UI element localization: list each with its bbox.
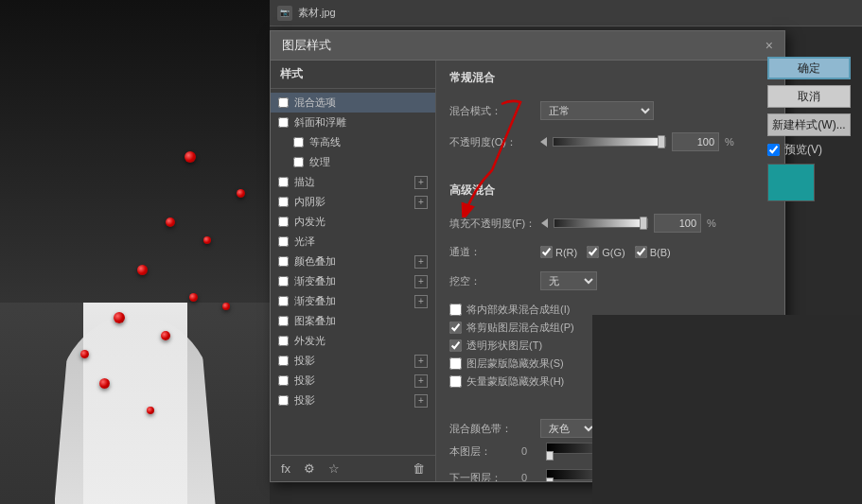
- fill-opacity-decrease[interactable]: [541, 218, 548, 228]
- blend-clip-checkbox[interactable]: [449, 322, 462, 334]
- style-item-drop-shadow2[interactable]: 投影 +: [271, 371, 435, 391]
- fx-button[interactable]: fx: [278, 461, 293, 477]
- style-add-gradient-overlay[interactable]: +: [414, 275, 428, 288]
- style-label-contour: 等高线: [309, 135, 428, 149]
- style-add-gradient-overlay2[interactable]: +: [414, 295, 428, 308]
- style-checkbox-gradient-overlay2[interactable]: [278, 296, 289, 306]
- confirm-button[interactable]: 确定: [767, 57, 851, 79]
- red-ball-2: [203, 236, 211, 244]
- channel-r-checkbox[interactable]: [540, 246, 553, 258]
- style-checkbox-satin[interactable]: [278, 236, 289, 247]
- style-checkbox-drop-shadow3[interactable]: [278, 395, 289, 406]
- style-label-outer-glow: 外发光: [294, 334, 428, 348]
- style-checkbox-drop-shadow2[interactable]: [278, 375, 289, 386]
- channel-g-item[interactable]: G(G): [587, 246, 625, 258]
- style-checkbox-contour[interactable]: [293, 137, 304, 148]
- style-label-gradient-overlay: 渐变叠加: [294, 274, 409, 288]
- style-item-gradient-overlay2[interactable]: 渐变叠加 +: [271, 291, 435, 311]
- blend-interior-label: 将内部效果混合成组(I): [466, 303, 570, 317]
- style-item-stroke[interactable]: 描边 +: [271, 172, 435, 192]
- style-checkbox-drop-shadow1[interactable]: [278, 356, 289, 366]
- channels-label: 通道：: [449, 245, 535, 259]
- layer-mask-checkbox[interactable]: [449, 357, 462, 370]
- style-add-drop-shadow2[interactable]: +: [414, 374, 428, 388]
- knockout-select[interactable]: 无: [540, 271, 597, 290]
- dialog-title-text: 图层样式: [282, 37, 331, 54]
- blend-interior-checkbox[interactable]: [449, 304, 462, 316]
- style-item-inner-glow[interactable]: 内发光: [271, 212, 435, 232]
- normal-blend-header: 常规混合: [449, 70, 771, 88]
- preview-row: 预览(V): [767, 142, 853, 158]
- style-checkbox-gradient-overlay[interactable]: [278, 276, 289, 287]
- style-add-color-overlay[interactable]: +: [414, 255, 428, 269]
- red-ball-4: [189, 293, 198, 302]
- next-layer-thumb-left[interactable]: [546, 478, 554, 481]
- red-ball-3: [137, 265, 148, 275]
- style-checkbox-blend[interactable]: [278, 97, 289, 108]
- opacity-thumb[interactable]: [658, 135, 665, 148]
- style-add-stroke[interactable]: +: [414, 176, 428, 189]
- vector-mask-checkbox[interactable]: [449, 375, 462, 388]
- style-item-texture[interactable]: 纹理: [271, 152, 435, 172]
- red-ball-1: [166, 217, 175, 227]
- style-add-inner-shadow[interactable]: +: [414, 196, 428, 209]
- style-label-gradient-overlay2: 渐变叠加: [294, 294, 409, 308]
- this-layer-thumb-left[interactable]: [546, 451, 554, 461]
- style-item-bevel[interactable]: 斜面和浮雕: [271, 113, 435, 132]
- style-checkbox-outer-glow[interactable]: [278, 336, 289, 346]
- style-add-drop-shadow1[interactable]: +: [414, 355, 428, 368]
- opacity-decrease[interactable]: [540, 137, 547, 147]
- style-label-color-overlay: 颜色叠加: [294, 254, 409, 269]
- channel-b-item[interactable]: B(B): [635, 246, 671, 258]
- channel-g-label: G(G): [602, 247, 625, 258]
- style-checkbox-color-overlay[interactable]: [278, 256, 289, 267]
- style-checkbox-inner-glow[interactable]: [278, 217, 289, 227]
- star-button[interactable]: ☆: [325, 461, 343, 477]
- style-item-drop-shadow1[interactable]: 投影 +: [271, 351, 435, 371]
- blend-mode-row: 混合模式： 正常: [449, 101, 771, 120]
- fill-opacity-thumb[interactable]: [640, 217, 647, 230]
- style-item-outer-glow[interactable]: 外发光: [271, 331, 435, 351]
- dialog-close-button[interactable]: ×: [765, 38, 773, 53]
- style-item-inner-shadow[interactable]: 内阴影 +: [271, 192, 435, 212]
- style-checkbox-bevel[interactable]: [278, 117, 289, 128]
- red-ball-0: [185, 151, 196, 163]
- blend-mode-label: 混合模式：: [449, 104, 535, 118]
- style-item-contour[interactable]: 等高线: [271, 132, 435, 152]
- style-item-drop-shadow3[interactable]: 投影 +: [271, 391, 435, 410]
- gear-button[interactable]: ⚙: [301, 461, 318, 477]
- file-tab[interactable]: 📷 素材.jpg: [277, 6, 336, 21]
- style-item-blend[interactable]: 混合选项: [271, 93, 435, 113]
- style-label-blend: 混合选项: [294, 96, 428, 110]
- blend-mode-select[interactable]: 正常: [540, 101, 654, 120]
- red-ball-10: [147, 407, 154, 414]
- style-item-color-overlay[interactable]: 颜色叠加 +: [271, 252, 435, 271]
- fill-opacity-input[interactable]: [654, 214, 701, 233]
- style-item-gradient-overlay[interactable]: 渐变叠加 +: [271, 271, 435, 291]
- red-ball-7: [114, 312, 125, 323]
- style-checkbox-inner-shadow[interactable]: [278, 197, 289, 207]
- style-item-satin[interactable]: 光泽: [271, 232, 435, 252]
- channel-r-item[interactable]: R(R): [540, 246, 577, 258]
- opacity-input[interactable]: [672, 132, 719, 151]
- channel-b-checkbox[interactable]: [635, 246, 647, 258]
- delete-button[interactable]: 🗑: [410, 461, 428, 477]
- style-checkbox-texture[interactable]: [293, 157, 304, 167]
- style-checkbox-stroke[interactable]: [278, 177, 289, 187]
- channel-g-checkbox[interactable]: [587, 246, 599, 258]
- cancel-button[interactable]: 取消: [767, 85, 851, 108]
- transparency-shapes-checkbox[interactable]: [449, 339, 462, 352]
- style-item-pattern-overlay[interactable]: 图案叠加: [271, 311, 435, 331]
- opacity-slider[interactable]: [553, 137, 666, 147]
- style-add-drop-shadow3[interactable]: +: [414, 394, 428, 408]
- style-checkbox-pattern-overlay[interactable]: [278, 316, 289, 326]
- styles-list: 混合选项 斜面和浮雕 等高线 纹理 描边 +: [271, 89, 435, 455]
- preview-label: 预览(V): [784, 142, 822, 158]
- color-band-select[interactable]: 灰色: [540, 419, 597, 438]
- new-style-button[interactable]: 新建样式(W)...: [767, 113, 851, 136]
- fill-opacity-slider[interactable]: [554, 218, 648, 228]
- channel-r-label: R(R): [555, 247, 577, 258]
- style-label-drop-shadow1: 投影: [294, 354, 409, 368]
- fill-opacity-row: 填充不透明度(F)： %: [449, 214, 771, 233]
- preview-checkbox[interactable]: [767, 144, 780, 156]
